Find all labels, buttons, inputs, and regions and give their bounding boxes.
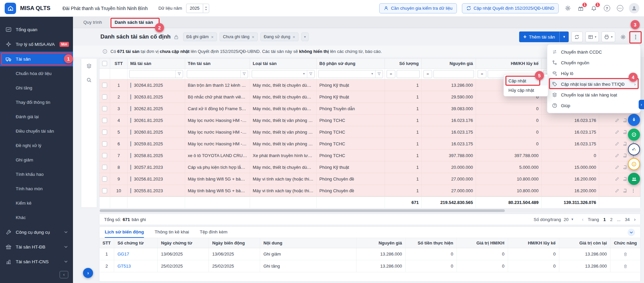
page-size-select[interactable]: 20▼ bbox=[564, 217, 574, 222]
ledger-icon[interactable] bbox=[622, 152, 629, 159]
menu-item-chuyen-loai-hang-loat[interactable]: Chuyển loại tài sản hàng loạt bbox=[547, 89, 640, 100]
sidebar-item-kiem-ke[interactable]: Kiểm kê bbox=[0, 196, 73, 210]
sidebar-item-khac[interactable]: Khác bbox=[0, 210, 73, 225]
chip-close-icon[interactable]: × bbox=[211, 34, 214, 40]
chip-close-icon[interactable]: × bbox=[293, 34, 295, 40]
menu-item-giup[interactable]: Giúp bbox=[547, 100, 640, 111]
filter-cost-operator[interactable]: = bbox=[423, 70, 432, 78]
col-header-code[interactable]: Mã tài sản bbox=[128, 59, 185, 68]
row-checkbox[interactable] bbox=[102, 106, 107, 111]
col-header-dep[interactable]: HM/KH lũy kế bbox=[476, 59, 542, 68]
ledger-icon[interactable] bbox=[622, 187, 629, 194]
year-selector[interactable]: 2025 ▲▼ bbox=[186, 4, 209, 13]
ledger-icon[interactable] bbox=[622, 140, 629, 147]
ledger-icon[interactable] bbox=[622, 117, 629, 124]
help-icon[interactable]: ? bbox=[603, 4, 611, 12]
edge-expand-tab[interactable]: › bbox=[639, 100, 644, 109]
filter-dept-select[interactable]: ▼ bbox=[318, 70, 383, 78]
tab-quy-trinh[interactable]: Quy trình bbox=[78, 17, 107, 28]
user-avatar[interactable] bbox=[629, 3, 639, 13]
row-checkbox[interactable] bbox=[102, 188, 107, 193]
notifications-bell-icon[interactable]: 1 bbox=[590, 4, 598, 12]
submenu-item-cap-nhat[interactable]: Cập nhật bbox=[504, 76, 548, 85]
select-all-checkbox[interactable] bbox=[102, 61, 107, 66]
panel-expand-button[interactable]: › bbox=[83, 268, 93, 278]
funnel-icon[interactable] bbox=[307, 70, 314, 78]
sidebar-item-ghi-tang[interactable]: Ghi tăng bbox=[0, 81, 73, 95]
search-icon[interactable] bbox=[86, 77, 92, 83]
sidebar-item-tro-ly-ava[interactable]: Trợ lý số MISA AVA Mới bbox=[0, 37, 73, 52]
sidebar-item-tong-quan[interactable]: Tổng quan bbox=[0, 22, 73, 37]
chip-da-ghi-giam[interactable]: Đã ghi giảm× bbox=[183, 32, 217, 41]
add-asset-button[interactable]: +Thêm tài sản bbox=[519, 31, 559, 42]
edit-icon[interactable] bbox=[614, 129, 621, 136]
table-row[interactable]: 8 30257.81.2023 Cáp và phụ kiện tích hợp… bbox=[99, 161, 640, 173]
col-header-name[interactable]: Tên tài sản bbox=[185, 59, 250, 68]
year-stepper[interactable]: ▲▼ bbox=[203, 4, 209, 13]
more-options-icon[interactable]: ⋯ bbox=[616, 4, 624, 12]
scrollbar-thumb[interactable] bbox=[100, 209, 505, 212]
funnel-icon[interactable] bbox=[375, 70, 383, 78]
expert-check-button[interactable]: Cần chuyên gia kiểm tra dữ liệu bbox=[379, 3, 457, 13]
chip-dropdown-button[interactable]: ▾ bbox=[301, 32, 309, 41]
grid-view-button[interactable]: ▾ bbox=[585, 31, 599, 42]
ledger-icon[interactable] bbox=[622, 129, 629, 136]
table-settings-gear-icon[interactable] bbox=[618, 31, 628, 42]
table-row[interactable]: 7 30258.81.2025 xe ô tô TOYOTA LAND CRUI… bbox=[99, 150, 640, 161]
edit-icon[interactable] bbox=[614, 175, 621, 183]
feedback-smiley-fab[interactable] bbox=[628, 158, 640, 170]
edit-icon[interactable] bbox=[614, 152, 621, 159]
menu-item-chuyen-nguon[interactable]: Chuyển nguồn bbox=[547, 57, 640, 68]
filter-type-select[interactable]: ▼ bbox=[252, 70, 315, 78]
horizontal-scrollbar[interactable] bbox=[99, 209, 641, 212]
more-actions-button[interactable] bbox=[631, 31, 641, 42]
table-row[interactable]: 6 30259.81.2025 Máy lọc nước Haosing HM … bbox=[99, 138, 640, 150]
menu-item-chuyen-thanh-ccdc[interactable]: Chuyển thành CCDC bbox=[547, 47, 640, 57]
delete-trash-icon[interactable] bbox=[623, 252, 628, 257]
panel-collapse-icon[interactable] bbox=[628, 229, 635, 236]
misa-logo-fab[interactable] bbox=[628, 143, 640, 155]
sidebar-item-tinh-hao-mon[interactable]: Tính hao mòn bbox=[0, 182, 73, 196]
community-fab[interactable] bbox=[628, 173, 640, 185]
sidebar-item-dieu-chuyen-tai-san[interactable]: Điều chuyển tài sản bbox=[0, 124, 73, 138]
col-header-dept[interactable]: Bộ phận sử dụng bbox=[317, 59, 385, 68]
table-row[interactable]: 9 30256.81.2023 Máy tính bảng Wifi 5G + … bbox=[99, 173, 640, 185]
refresh-button[interactable] bbox=[571, 31, 583, 42]
history-row[interactable]: 2 GT513 25/02/2025 25/02/2025 Ghi tăng 1… bbox=[99, 260, 640, 272]
page-2[interactable]: 2 bbox=[610, 217, 613, 222]
col-header-qty[interactable]: Số lượng bbox=[385, 59, 422, 68]
row-checkbox[interactable] bbox=[102, 176, 107, 182]
sidebar-item-de-nghi-xu-ly[interactable]: Đề nghị xử lý bbox=[0, 138, 73, 153]
layers-icon[interactable] bbox=[86, 63, 92, 69]
settings-gear-icon[interactable] bbox=[564, 4, 572, 12]
edit-icon[interactable] bbox=[614, 140, 621, 147]
document-link[interactable]: GG17 bbox=[117, 252, 129, 257]
tab-thong-tin-ke-khai[interactable]: Thông tin kê khai bbox=[155, 227, 189, 238]
filter-qty-operator[interactable]: = bbox=[387, 70, 395, 78]
edit-icon[interactable] bbox=[614, 187, 621, 194]
chip-chua-ghi-tang[interactable]: Chưa ghi tăng× bbox=[220, 32, 258, 41]
sidebar-item-chuan-hoa-du-lieu[interactable]: Chuẩn hóa dữ liệu bbox=[0, 66, 73, 81]
row-checkbox[interactable] bbox=[102, 165, 107, 170]
ledger-icon[interactable] bbox=[622, 164, 629, 171]
tab-lich-su-bien-dong[interactable]: Lịch sử biến động bbox=[105, 227, 144, 238]
sidebar-item-tai-san[interactable]: Tài sản bbox=[0, 52, 73, 66]
filter-code-input[interactable] bbox=[129, 70, 183, 78]
sidebar-collapse-button[interactable]: ‹ bbox=[60, 271, 68, 278]
assistant-rocket-fab[interactable] bbox=[628, 114, 640, 126]
ledger-icon[interactable] bbox=[622, 175, 629, 183]
menu-item-cap-nhat-loai-tai-san[interactable]: Cập nhật loại tài sản theo TT/QĐ › bbox=[547, 79, 640, 89]
row-checkbox[interactable] bbox=[102, 130, 107, 135]
sidebar-item-danh-gia-lai[interactable]: Đánh giá lại bbox=[0, 110, 73, 124]
sidebar-item-ghi-giam[interactable]: Ghi giảm bbox=[0, 153, 73, 167]
table-row[interactable]: 5 30260.81.2025 Máy lọc nước Haosing HM … bbox=[99, 126, 640, 138]
filter-name-input[interactable] bbox=[187, 70, 248, 78]
filter-dep-operator[interactable]: = bbox=[478, 70, 486, 78]
next-page-icon[interactable]: › bbox=[634, 217, 636, 222]
col-header-stt[interactable]: STT bbox=[110, 59, 128, 68]
page-34[interactable]: 34 bbox=[625, 217, 630, 222]
page-1[interactable]: 1 bbox=[603, 217, 606, 222]
chip-dang-su-dung[interactable]: Đang sử dụng× bbox=[260, 32, 299, 41]
sidebar-item-cong-cu-dung-cu[interactable]: Công cụ dụng cụ bbox=[0, 225, 73, 239]
update-decision-button[interactable]: Cập nhật Quyết định 152/2025/QĐ-UBND bbox=[462, 3, 559, 13]
